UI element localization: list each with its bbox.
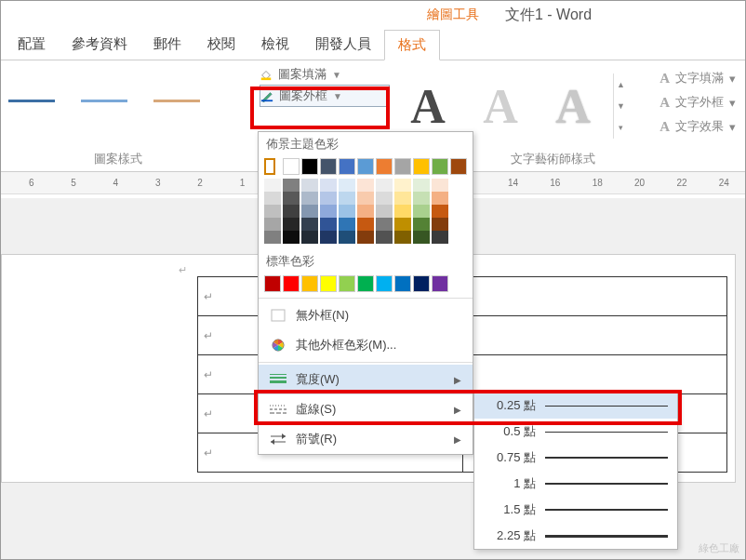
wordart-style-3[interactable]: A — [540, 73, 606, 139]
color-swatch[interactable] — [413, 179, 430, 192]
swatch-auto[interactable] — [264, 158, 275, 175]
shape-style-gallery[interactable] — [1, 73, 200, 102]
shape-fill-button[interactable]: 圖案填滿 ▼ — [260, 64, 390, 85]
color-swatch[interactable] — [376, 231, 393, 244]
color-swatch[interactable] — [394, 158, 411, 175]
color-swatch[interactable] — [376, 158, 393, 175]
color-swatch[interactable] — [413, 205, 430, 218]
color-swatch[interactable] — [357, 192, 374, 205]
color-swatch[interactable] — [357, 205, 374, 218]
width-option-1[interactable]: 1 點 — [474, 471, 677, 497]
text-effects-button[interactable]: A文字效果▾ — [654, 114, 741, 139]
color-swatch[interactable] — [301, 218, 318, 231]
color-swatch[interactable] — [320, 158, 337, 175]
text-outline-button[interactable]: A文字外框▾ — [654, 90, 741, 114]
color-swatch[interactable] — [320, 275, 337, 292]
width-option-0-25[interactable]: 0.25 點 — [474, 393, 677, 419]
tab-layout[interactable]: 配置 — [5, 30, 59, 59]
color-swatch[interactable] — [376, 179, 393, 192]
width-item[interactable]: 寬度(W) ▶ — [259, 365, 473, 394]
color-swatch[interactable] — [264, 231, 281, 244]
color-swatch[interactable] — [301, 275, 318, 292]
color-swatch[interactable] — [264, 205, 281, 218]
color-swatch[interactable] — [320, 192, 337, 205]
color-swatch[interactable] — [301, 205, 318, 218]
color-swatch[interactable] — [394, 218, 411, 231]
color-swatch[interactable] — [432, 158, 448, 175]
color-swatch[interactable] — [283, 275, 300, 292]
color-swatch[interactable] — [320, 218, 337, 231]
wordart-gallery[interactable]: A A A ▲▼▾ — [395, 73, 628, 139]
color-swatch[interactable] — [320, 231, 337, 244]
color-swatch[interactable] — [376, 192, 393, 205]
color-swatch[interactable] — [376, 218, 393, 231]
table-cell[interactable] — [462, 277, 727, 316]
color-swatch[interactable] — [432, 205, 448, 218]
width-option-0-5[interactable]: 0.5 點 — [474, 419, 677, 445]
arrows-item[interactable]: 箭號(R) ▶ — [259, 424, 473, 454]
tab-view[interactable]: 檢視 — [248, 30, 302, 59]
color-swatch[interactable] — [283, 192, 300, 205]
color-swatch[interactable] — [339, 218, 355, 231]
color-swatch[interactable] — [357, 275, 374, 292]
tab-references[interactable]: 參考資料 — [59, 30, 140, 59]
color-swatch[interactable] — [357, 218, 374, 231]
shape-outline-button[interactable]: 圖案外框 ▼ — [260, 85, 390, 107]
color-swatch[interactable] — [339, 158, 355, 175]
color-swatch[interactable] — [301, 231, 318, 244]
color-swatch[interactable] — [413, 218, 430, 231]
color-swatch[interactable] — [283, 205, 300, 218]
color-swatch[interactable] — [432, 179, 448, 192]
color-swatch[interactable] — [432, 192, 448, 205]
color-swatch[interactable] — [283, 179, 300, 192]
tab-mailings[interactable]: 郵件 — [140, 30, 194, 59]
color-swatch[interactable] — [339, 192, 355, 205]
color-swatch[interactable] — [394, 205, 411, 218]
color-swatch[interactable] — [283, 158, 300, 175]
no-outline-item[interactable]: 無外框(N) — [259, 300, 473, 330]
tab-format[interactable]: 格式 — [384, 30, 440, 60]
color-swatch[interactable] — [320, 179, 337, 192]
color-swatch[interactable] — [264, 218, 281, 231]
wordart-style-2[interactable]: A — [468, 73, 533, 139]
color-swatch[interactable] — [283, 231, 300, 244]
color-swatch[interactable] — [320, 205, 337, 218]
color-swatch[interactable] — [301, 192, 318, 205]
dashes-item[interactable]: 虛線(S) ▶ — [259, 394, 473, 424]
style-sample-1[interactable] — [8, 100, 55, 102]
color-swatch[interactable] — [413, 192, 430, 205]
color-swatch[interactable] — [413, 231, 430, 244]
style-sample-3[interactable] — [153, 100, 200, 102]
color-swatch[interactable] — [339, 275, 355, 292]
color-swatch[interactable] — [376, 205, 393, 218]
color-swatch[interactable] — [301, 179, 318, 192]
color-swatch[interactable] — [432, 218, 448, 231]
more-colors-item[interactable]: 其他外框色彩(M)... — [259, 330, 473, 360]
color-swatch[interactable] — [376, 275, 393, 292]
color-swatch[interactable] — [394, 179, 411, 192]
color-swatch[interactable] — [413, 158, 430, 175]
color-swatch[interactable] — [301, 158, 318, 175]
color-swatch[interactable] — [413, 275, 430, 292]
color-swatch[interactable] — [394, 275, 411, 292]
color-swatch[interactable] — [339, 205, 355, 218]
text-fill-button[interactable]: A文字填滿▾ — [654, 66, 741, 90]
table-cell[interactable] — [462, 316, 727, 355]
color-swatch[interactable] — [339, 179, 355, 192]
color-swatch[interactable] — [450, 158, 467, 175]
color-swatch[interactable] — [264, 179, 281, 192]
color-swatch[interactable] — [357, 231, 374, 244]
color-swatch[interactable] — [432, 275, 448, 292]
color-swatch[interactable] — [264, 192, 281, 205]
wordart-style-1[interactable]: A — [395, 73, 460, 139]
color-swatch[interactable] — [394, 192, 411, 205]
tab-developer[interactable]: 開發人員 — [302, 30, 384, 59]
gallery-more-button[interactable]: ▲▼▾ — [613, 73, 628, 139]
color-swatch[interactable] — [264, 275, 281, 292]
width-option-2-25[interactable]: 2.25 點 — [474, 523, 677, 549]
color-swatch[interactable] — [357, 158, 374, 175]
color-swatch[interactable] — [432, 231, 448, 244]
color-swatch[interactable] — [283, 218, 300, 231]
tab-review[interactable]: 校閱 — [194, 30, 248, 59]
color-swatch[interactable] — [339, 231, 355, 244]
